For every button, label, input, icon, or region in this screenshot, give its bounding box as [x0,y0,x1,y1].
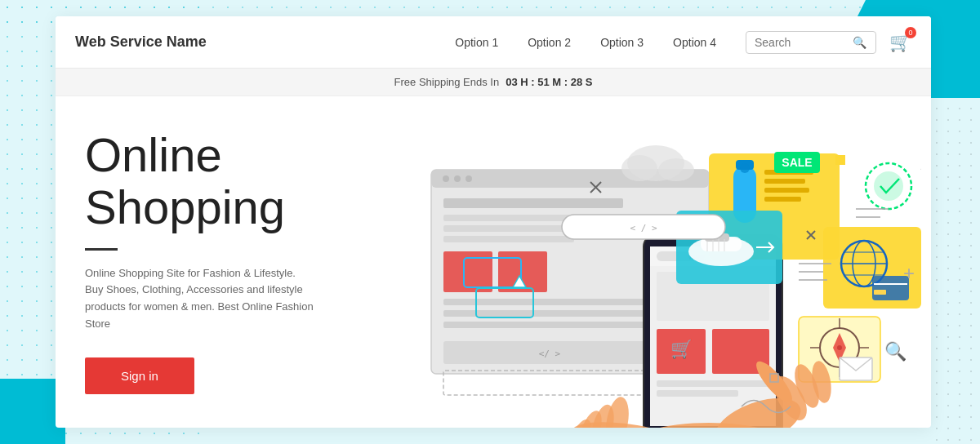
shipping-timer: 03 H : 51 M : 28 S [506,76,592,88]
nav-links: Option 1 Option 2 Option 3 Option 4 [455,36,716,49]
svg-point-3 [454,175,461,182]
cart-button[interactable]: 🛒 0 [889,32,911,53]
svg-text:</ >: </ > [539,349,561,359]
svg-rect-35 [764,188,809,193]
svg-text:🛒: 🛒 [670,338,693,360]
search-icon: 🔍 [853,36,866,49]
svg-rect-5 [443,198,623,208]
hero-text: Online Shopping Online Shopping Site for… [56,96,366,428]
svg-rect-34 [764,179,805,184]
svg-text:< / >: < / > [630,223,657,233]
svg-rect-36 [764,197,801,202]
svg-text:SALE: SALE [782,156,812,169]
plus-decoration: + [903,262,915,285]
hero-illustration: </ > www. 🛒 [366,96,931,428]
hero-divider [85,248,118,251]
brand-logo: Web Service Name [75,33,207,51]
navbar: Web Service Name Option 1 Option 2 Optio… [56,16,931,69]
main-card: Web Service Name Option 1 Option 2 Optio… [56,16,931,428]
nav-option2[interactable]: Option 2 [528,36,571,49]
search-input[interactable] [755,36,853,49]
svg-point-2 [443,175,449,182]
svg-point-65 [874,171,903,201]
signin-button[interactable]: Sign in [85,357,194,394]
hero-section: Online Shopping Online Shopping Site for… [56,96,931,428]
svg-rect-89 [835,155,845,165]
svg-rect-12 [443,310,672,317]
nav-option3[interactable]: Option 3 [600,36,644,49]
svg-rect-27 [657,390,738,397]
svg-rect-8 [443,236,574,242]
svg-point-32 [740,163,750,173]
nav-option1[interactable]: Option 1 [455,36,498,49]
nav-option4[interactable]: Option 4 [673,36,716,49]
search-box: 🔍 [746,31,876,54]
svg-rect-56 [874,290,886,295]
cart-badge: 0 [905,27,916,38]
brand-suffix: Service Name [106,33,207,50]
svg-rect-13 [443,322,656,328]
magnify-decoration: 🔍 [884,341,906,362]
svg-point-87 [621,155,657,181]
brand-prefix: Web [75,33,106,50]
svg-rect-26 [657,380,769,387]
hero-description: Online Shopping Site for Fashion & Lifes… [85,265,314,333]
hero-svg: </ > www. 🛒 [399,104,921,428]
hero-title: Online Shopping [85,129,336,233]
svg-point-88 [658,158,694,181]
shipping-label: Free Shipping Ends In [394,76,500,88]
svg-point-4 [466,175,472,182]
shipping-banner: Free Shipping Ends In 03 H : 51 M : 28 S [56,69,931,96]
